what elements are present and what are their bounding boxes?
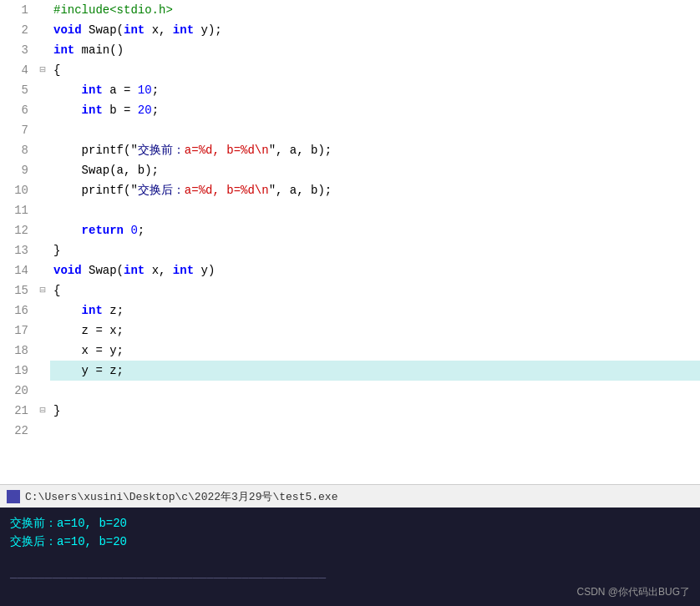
code-token: 0 — [130, 224, 137, 237]
line-number: 10 — [0, 180, 28, 200]
code-token: int — [82, 304, 103, 317]
line-number: 20 — [0, 381, 28, 401]
code-token: a=%d, b=%d\n — [185, 144, 269, 157]
code-token: printf( — [53, 184, 130, 197]
fold-indicator — [35, 20, 50, 40]
code-token: " — [269, 184, 276, 197]
code-line: int a = 10; — [50, 80, 700, 100]
fold-indicator — [35, 100, 50, 120]
main-container: 12345678910111213141516171819202122 ⊟⊟⊟ … — [0, 0, 700, 606]
code-line: Swap(a, b); — [50, 160, 700, 180]
line-number: 2 — [0, 20, 28, 40]
code-token: x, — [145, 23, 173, 37]
line-number: 22 — [0, 421, 28, 441]
code-token: , a, b); — [276, 144, 332, 157]
code-line: printf("交换前：a=%d, b=%d\n", a, b); — [50, 140, 700, 160]
fold-indicator[interactable]: ⊟ — [35, 60, 50, 80]
line-number: 9 — [0, 160, 28, 180]
line-number: 13 — [0, 240, 28, 260]
code-token: } — [53, 404, 60, 417]
code-token: y); — [194, 23, 222, 37]
code-token: , a, b); — [276, 184, 332, 197]
code-token: y) — [194, 264, 215, 277]
fold-indicator — [35, 220, 50, 240]
watermark: CSDN @你代码出BUG了 — [576, 585, 690, 599]
code-token: } — [53, 244, 60, 257]
line-number: 7 — [0, 120, 28, 140]
line-number: 3 — [0, 40, 28, 60]
code-line: { — [50, 280, 700, 300]
line-number: 1 — [0, 0, 28, 20]
code-token: Swap( — [82, 264, 124, 277]
code-line: void Swap(int x, int y) — [50, 260, 700, 280]
code-token: 10 — [138, 83, 152, 97]
line-number: 16 — [0, 300, 28, 321]
fold-indicator — [35, 200, 50, 220]
code-token: " — [130, 144, 137, 157]
code-token: void — [53, 23, 82, 37]
line-number: 12 — [0, 220, 28, 240]
terminal-titlebar: C:\Users\xusini\Desktop\c\2022年3月29号\tes… — [0, 484, 700, 508]
line-number: 17 — [0, 321, 28, 341]
code-token: int — [82, 104, 103, 117]
code-line: x = y; — [50, 341, 700, 361]
terminal-line: 交换前：a=10, b=20 — [10, 514, 690, 533]
line-number: 11 — [0, 200, 28, 220]
terminal-path: C:\Users\xusini\Desktop\c\2022年3月29号\tes… — [25, 489, 337, 504]
code-line: } — [50, 240, 700, 260]
code-token: Swap( — [82, 23, 124, 37]
code-token: x, — [145, 264, 173, 277]
code-token: 交换前： — [138, 144, 185, 157]
code-content[interactable]: #include<stdio.h>void Swap(int x, int y)… — [50, 0, 700, 484]
code-token: " — [269, 144, 276, 157]
fold-indicator[interactable]: ⊟ — [35, 280, 50, 300]
code-token: a=%d, b=%d\n — [185, 184, 269, 197]
code-token: return — [82, 224, 124, 237]
line-number: 19 — [0, 361, 28, 381]
fold-indicator[interactable]: ⊟ — [35, 401, 50, 421]
code-line: printf("交换后：a=%d, b=%d\n", a, b); — [50, 180, 700, 200]
code-token — [53, 304, 82, 317]
code-token: Swap(a, b); — [53, 164, 159, 177]
code-editor: 12345678910111213141516171819202122 ⊟⊟⊟ … — [0, 0, 700, 484]
fold-indicator — [35, 120, 50, 140]
code-line: void Swap(int x, int y); — [50, 20, 700, 40]
code-token: 20 — [138, 104, 152, 117]
line-number: 21 — [0, 401, 28, 421]
line-number: 14 — [0, 260, 28, 280]
code-line: y = z; — [50, 361, 700, 381]
line-number: 5 — [0, 80, 28, 100]
code-line: int z; — [50, 300, 700, 321]
fold-indicator — [35, 180, 50, 200]
code-token: ; — [138, 224, 145, 237]
terminal-icon — [7, 490, 20, 503]
line-number: 15 — [0, 280, 28, 300]
code-token: int — [82, 83, 103, 97]
code-token: { — [53, 284, 60, 297]
code-token — [53, 104, 82, 117]
code-line — [50, 381, 700, 401]
code-line: z = x; — [50, 321, 700, 341]
code-token: int — [173, 264, 194, 277]
code-line: int main() — [50, 40, 700, 60]
fold-indicator — [35, 140, 50, 160]
fold-indicator — [35, 80, 50, 100]
code-token: y = z; — [53, 364, 124, 377]
line-number: 6 — [0, 100, 28, 120]
code-line: } — [50, 401, 700, 421]
code-token: int — [53, 43, 74, 57]
fold-indicator — [35, 321, 50, 341]
code-line: { — [50, 60, 700, 80]
code-line — [50, 120, 700, 140]
code-token: int — [124, 264, 145, 277]
code-token: { — [53, 63, 60, 77]
code-line — [50, 200, 700, 220]
fold-indicator — [35, 341, 50, 361]
code-token: #include<stdio.h> — [53, 3, 173, 17]
code-token: void — [53, 264, 82, 277]
code-token: 交换后： — [138, 184, 185, 197]
fold-indicator — [35, 0, 50, 20]
code-line: #include<stdio.h> — [50, 0, 700, 20]
code-line: int b = 20; — [50, 100, 700, 120]
code-token: main() — [74, 43, 124, 57]
